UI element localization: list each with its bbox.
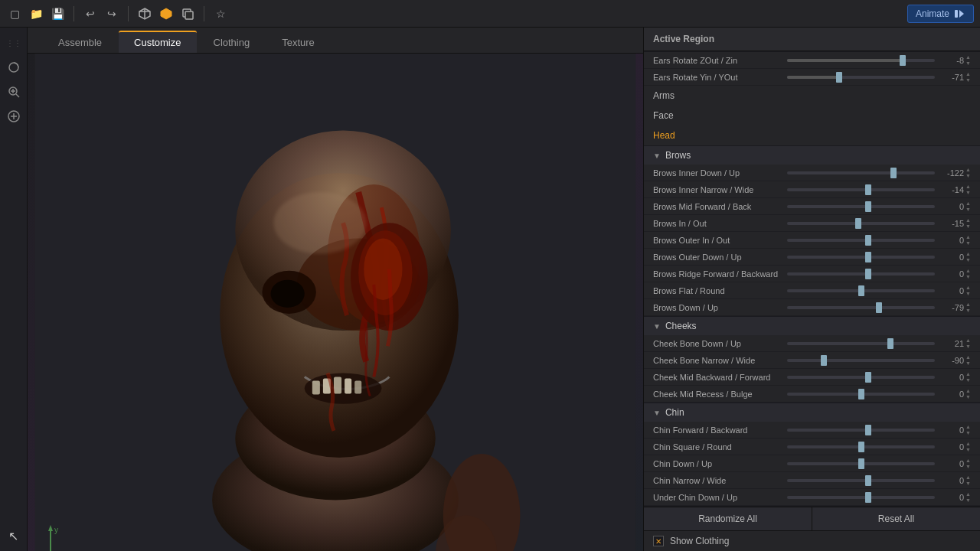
slider-thumb[interactable]: [876, 302, 882, 313]
reset-all-button[interactable]: Reset All: [812, 507, 980, 530]
slider-thumb[interactable]: [900, 55, 906, 66]
slider-track-wrap[interactable]: [787, 338, 935, 349]
slider-row-ears-rotate-z[interactable]: Ears Rotate ZOut / Zin -8 ▲▼: [644, 52, 980, 69]
star-icon[interactable]: ☆: [212, 5, 229, 22]
rotate-view-icon[interactable]: [3, 57, 24, 78]
tab-clothing[interactable]: Clothing: [198, 32, 266, 53]
slider-thumb[interactable]: [865, 269, 871, 279]
animate-button[interactable]: Animate: [907, 5, 974, 23]
tab-assemble[interactable]: Assemble: [43, 32, 117, 53]
slider-track-wrap[interactable]: [787, 442, 935, 452]
slider-brows-outer-down-up[interactable]: Brows Outer Down / Up 0 ▲▼: [644, 249, 980, 266]
tab-customize[interactable]: Customize: [119, 31, 196, 53]
slider-cheek-mid-recess-bulge[interactable]: Cheek Mid Recess / Bulge 0 ▲▼: [644, 386, 980, 403]
slider-track-wrap[interactable]: [787, 252, 935, 262]
cube-alt-icon[interactable]: [179, 5, 196, 22]
slider-track-wrap[interactable]: [787, 425, 935, 435]
slider-thumb[interactable]: [821, 355, 827, 366]
slider-thumb[interactable]: [855, 218, 861, 229]
slider-arrows[interactable]: ▲▼: [965, 217, 971, 229]
slider-arrows[interactable]: ▲▼: [965, 234, 971, 246]
show-clothing-checkbox[interactable]: ✕: [653, 536, 664, 546]
brows-header[interactable]: ▼ Brows: [644, 146, 980, 165]
slider-brows-in-out[interactable]: Brows In / Out -15 ▲▼: [644, 215, 980, 232]
slider-arrows[interactable]: ▲▼: [965, 251, 971, 262]
slider-track-wrap[interactable]: [787, 475, 935, 486]
slider-arrows[interactable]: ▲▼: [965, 285, 971, 296]
slider-brows-inner-down-up[interactable]: Brows Inner Down / Up -122 ▲▼: [644, 165, 980, 181]
slider-track-wrap[interactable]: [787, 235, 935, 246]
slider-thumb[interactable]: [865, 425, 871, 435]
viewport-canvas[interactable]: y x: [28, 54, 643, 551]
slider-chin-forward-backward[interactable]: Chin Forward / Backward 0 ▲▼: [644, 422, 980, 439]
slider-row-ears-rotate-y[interactable]: Ears Rotate Yin / YOut -71 ▲▼: [644, 69, 980, 86]
cube-filled-icon[interactable]: [158, 5, 175, 22]
slider-thumb[interactable]: [865, 184, 871, 195]
slider-chin-square-round[interactable]: Chin Square / Round 0 ▲▼: [644, 439, 980, 455]
slider-brows-down-up[interactable]: Brows Down / Up -79 ▲▼: [644, 299, 980, 316]
slider-cheek-mid-backward-forward[interactable]: Cheek Mid Backward / Forward 0 ▲▼: [644, 369, 980, 386]
slider-arrows[interactable]: ▲▼: [965, 184, 971, 195]
slider-cheek-bone-down-up[interactable]: Cheek Bone Down / Up 21 ▲▼: [644, 335, 980, 352]
chin-header[interactable]: ▼ Chin: [644, 403, 980, 422]
slider-brows-ridge[interactable]: Brows Ridge Forward / Backward 0 ▲▼: [644, 266, 980, 282]
slider-track-wrap[interactable]: [787, 184, 935, 195]
slider-track-wrap[interactable]: [787, 389, 935, 399]
add-icon[interactable]: [3, 106, 24, 127]
cube-outline-icon[interactable]: [136, 5, 153, 22]
slider-track-wrap[interactable]: [787, 372, 935, 383]
slider-arrows[interactable]: ▲▼: [965, 54, 971, 66]
slider-arrows[interactable]: ▲▼: [965, 458, 971, 469]
arrow-select-icon[interactable]: ↖: [3, 525, 24, 546]
slider-brows-inner-narrow-wide[interactable]: Brows Inner Narrow / Wide -14 ▲▼: [644, 181, 980, 198]
slider-arrows[interactable]: ▲▼: [965, 302, 971, 313]
slider-track-wrap[interactable]: [787, 72, 935, 83]
slider-track-wrap[interactable]: [787, 458, 935, 469]
slider-arrows[interactable]: ▲▼: [965, 201, 971, 212]
slider-track-wrap[interactable]: [787, 201, 935, 212]
undo-icon[interactable]: ↩: [82, 5, 99, 22]
slider-thumb[interactable]: [865, 235, 871, 246]
slider-track-wrap[interactable]: [787, 492, 935, 503]
slider-track-wrap[interactable]: [787, 269, 935, 279]
region-head[interactable]: Head: [644, 126, 980, 145]
slider-track-wrap[interactable]: [787, 168, 935, 178]
save-icon[interactable]: 💾: [49, 5, 66, 22]
slider-thumb[interactable]: [890, 168, 897, 178]
slider-arrows[interactable]: ▲▼: [965, 71, 971, 83]
slider-chin-narrow-wide[interactable]: Chin Narrow / Wide 0 ▲▼: [644, 472, 980, 489]
slider-track-wrap[interactable]: [787, 218, 935, 229]
slider-thumb[interactable]: [865, 252, 871, 262]
slider-arrows[interactable]: ▲▼: [965, 167, 971, 178]
zoom-icon[interactable]: [3, 81, 24, 103]
slider-thumb[interactable]: [865, 372, 871, 383]
slider-thumb[interactable]: [865, 492, 871, 503]
slider-arrows[interactable]: ▲▼: [965, 354, 971, 366]
slider-thumb[interactable]: [858, 458, 864, 469]
slider-track-wrap[interactable]: [787, 55, 935, 66]
slider-chin-down-up[interactable]: Chin Down / Up 0 ▲▼: [644, 455, 980, 472]
slider-track-wrap[interactable]: [787, 355, 935, 366]
new-icon[interactable]: ▢: [6, 5, 23, 22]
slider-thumb[interactable]: [858, 389, 864, 399]
slider-under-chin-down-up[interactable]: Under Chin Down / Up 0 ▲▼: [644, 489, 980, 506]
slider-arrows[interactable]: ▲▼: [965, 337, 971, 349]
redo-icon[interactable]: ↪: [103, 5, 120, 22]
slider-arrows[interactable]: ▲▼: [965, 441, 971, 452]
slider-track-wrap[interactable]: [787, 302, 935, 313]
slider-brows-mid-forward-back[interactable]: Brows Mid Forward / Back 0 ▲▼: [644, 198, 980, 215]
region-arms[interactable]: Arms: [644, 86, 980, 106]
slider-thumb[interactable]: [887, 338, 893, 349]
slider-brows-outer-in-out[interactable]: Brows Outer In / Out 0 ▲▼: [644, 232, 980, 249]
slider-arrows[interactable]: ▲▼: [965, 474, 971, 486]
slider-cheek-bone-narrow-wide[interactable]: Cheek Bone Narrow / Wide -90 ▲▼: [644, 352, 980, 369]
slider-brows-flat-round[interactable]: Brows Flat / Round 0 ▲▼: [644, 282, 980, 299]
slider-track-wrap[interactable]: [787, 285, 935, 296]
slider-thumb[interactable]: [836, 72, 842, 83]
slider-arrows[interactable]: ▲▼: [965, 388, 971, 399]
slider-arrows[interactable]: ▲▼: [965, 491, 971, 503]
open-icon[interactable]: 📁: [28, 5, 44, 22]
slider-arrows[interactable]: ▲▼: [965, 371, 971, 383]
slider-thumb[interactable]: [858, 442, 864, 452]
slider-thumb[interactable]: [858, 285, 864, 296]
